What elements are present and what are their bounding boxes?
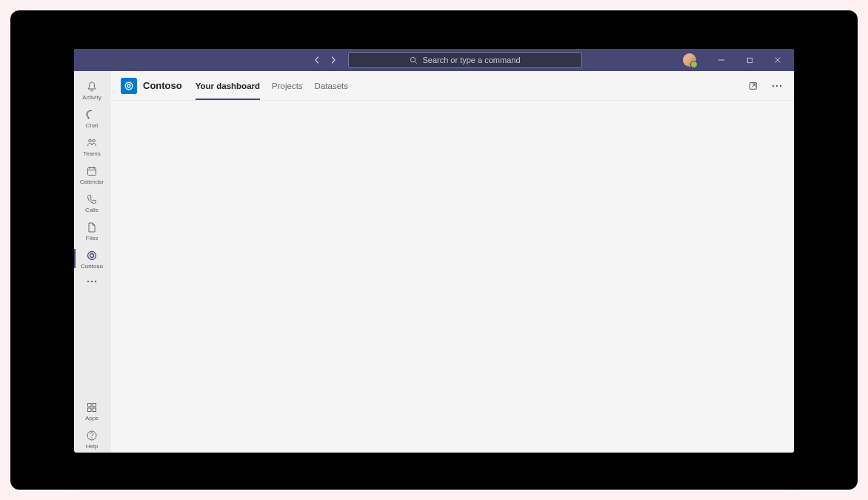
- svg-point-21: [780, 84, 781, 86]
- window-close-button[interactable]: [764, 49, 791, 71]
- svg-rect-4: [88, 168, 96, 176]
- avatar[interactable]: [683, 53, 696, 67]
- tab-projects[interactable]: Projects: [272, 71, 303, 100]
- svg-point-16: [125, 82, 133, 90]
- sidebar-item-label: Calls: [85, 207, 99, 213]
- contoso-icon: [85, 249, 99, 262]
- more-options-button[interactable]: [770, 79, 784, 93]
- sidebar-item-calendar[interactable]: Calendar: [74, 160, 110, 188]
- svg-point-5: [88, 252, 96, 260]
- svg-point-2: [89, 139, 92, 142]
- svg-point-19: [772, 84, 774, 86]
- svg-point-7: [87, 281, 89, 282]
- sidebar-item-label: Chat: [86, 123, 99, 129]
- apps-icon: [85, 401, 99, 414]
- sidebar-item-apps[interactable]: Apps: [74, 396, 110, 424]
- help-icon: [85, 429, 99, 442]
- svg-rect-13: [93, 408, 96, 412]
- tab-label: Datasets: [315, 81, 348, 90]
- sidebar-item-label: Files: [86, 236, 99, 241]
- ellipsis-icon: [772, 84, 782, 87]
- svg-rect-10: [88, 404, 92, 407]
- svg-rect-11: [93, 404, 96, 407]
- window-minimize-button[interactable]: [708, 49, 735, 71]
- app-rail: Activity Chat Teams: [74, 71, 110, 453]
- sidebar-item-contoso[interactable]: Contoso: [74, 244, 110, 273]
- app-title: Contoso: [143, 80, 182, 91]
- window-maximize-button[interactable]: [736, 49, 763, 71]
- tab-your-dashboard[interactable]: Your dashboard: [196, 71, 260, 100]
- svg-point-20: [776, 84, 778, 86]
- bell-icon: [85, 80, 99, 93]
- contoso-logo-icon: [124, 81, 134, 91]
- tabs: Your dashboard Projects Datasets: [196, 71, 348, 100]
- app-header: Contoso Your dashboard Projects Datasets: [110, 71, 794, 101]
- popout-button[interactable]: [747, 79, 760, 93]
- svg-point-8: [91, 281, 93, 282]
- tab-datasets[interactable]: Datasets: [315, 71, 348, 100]
- svg-point-6: [90, 254, 94, 258]
- search-input[interactable]: Search or type a command: [348, 52, 582, 68]
- tab-label: Your dashboard: [196, 81, 260, 90]
- sidebar-item-label: Calendar: [80, 179, 104, 185]
- svg-point-3: [93, 139, 96, 142]
- sidebar-item-calls[interactable]: Calls: [74, 188, 110, 216]
- sidebar-item-label: Activity: [82, 95, 101, 101]
- sidebar-item-label: Help: [86, 444, 98, 450]
- app-logo: [121, 78, 137, 94]
- main-area: Contoso Your dashboard Projects Datasets: [110, 71, 794, 453]
- ellipsis-icon: [87, 280, 97, 283]
- file-icon: [85, 221, 99, 234]
- tab-label: Projects: [272, 81, 303, 90]
- svg-point-15: [91, 438, 92, 439]
- titlebar: Search or type a command: [74, 49, 794, 71]
- search-placeholder: Search or type a command: [422, 56, 520, 64]
- sidebar-item-label: Apps: [85, 416, 99, 421]
- svg-point-0: [411, 57, 415, 61]
- popout-icon: [748, 81, 758, 91]
- svg-rect-12: [88, 408, 92, 412]
- sidebar-item-chat[interactable]: Chat: [74, 104, 110, 132]
- sidebar-item-activity[interactable]: Activity: [74, 76, 110, 104]
- nav-back-button[interactable]: [311, 54, 323, 66]
- sidebar-item-label: Contoso: [81, 264, 103, 270]
- calendar-icon: [85, 164, 99, 178]
- sidebar-more-button[interactable]: [74, 273, 110, 290]
- nav-forward-button[interactable]: [327, 54, 339, 66]
- sidebar-item-files[interactable]: Files: [74, 216, 110, 244]
- chat-icon: [85, 108, 99, 121]
- content-area: [110, 101, 794, 453]
- svg-point-9: [95, 281, 96, 282]
- sidebar-item-teams[interactable]: Teams: [74, 132, 110, 160]
- teams-window: Search or type a command: [74, 49, 794, 453]
- svg-rect-1: [747, 58, 752, 62]
- teams-icon: [85, 136, 99, 150]
- phone-icon: [85, 193, 99, 206]
- search-icon: [410, 56, 418, 64]
- sidebar-item-label: Teams: [83, 151, 101, 157]
- presentation-frame: Search or type a command: [10, 10, 858, 490]
- sidebar-item-help[interactable]: Help: [74, 424, 110, 453]
- svg-point-17: [127, 84, 130, 87]
